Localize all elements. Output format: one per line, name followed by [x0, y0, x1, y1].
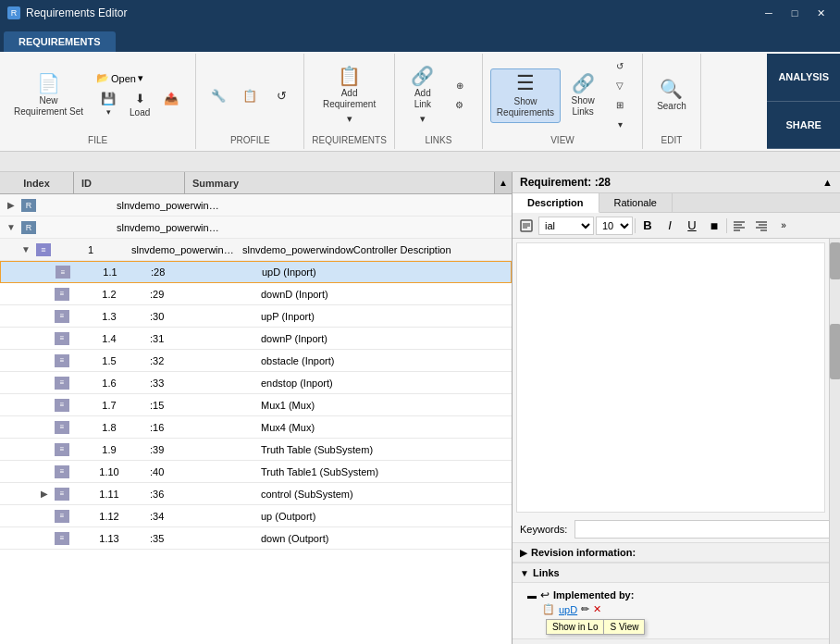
profile-btn2[interactable]: 📋 — [235, 85, 265, 106]
toggle-icon[interactable]: ▶ — [4, 198, 19, 213]
table-row[interactable]: ≡ 1.6 :33 endstop (Inport) — [0, 372, 512, 394]
table-row[interactable]: ≡ 1.9 :39 Truth Table (SubSystem) — [0, 439, 512, 461]
table-row[interactable]: ≡ 1.12 :34 up (Outport) — [0, 505, 512, 527]
profile-btn3[interactable]: ↺ — [266, 85, 296, 106]
open-top[interactable]: 📂 Open ▾ — [92, 69, 188, 87]
extra-button[interactable]: 📤 — [156, 88, 186, 121]
size-select[interactable]: 10 12 14 — [596, 217, 633, 235]
load-button[interactable]: ⬇ Load — [125, 88, 154, 121]
row-index: 1.2 — [72, 289, 146, 300]
row-icon-req: ≡ — [55, 288, 69, 301]
table-row[interactable]: ≡ 1.5 :32 obstacle (Inport) — [0, 350, 512, 372]
underline-button[interactable]: U — [682, 217, 702, 235]
link-extra-icon2: ⚙ — [455, 100, 463, 110]
row-indent: ≡ — [0, 399, 72, 412]
table-row[interactable]: ≡ 1.10 :40 Truth Table1 (SubSystem) — [0, 461, 512, 483]
implemented-by-icon: ↩ — [540, 588, 550, 601]
table-row[interactable]: ≡ 1.2 :29 downD (Inport) — [0, 283, 512, 305]
collapse-panel-button[interactable]: ▲ — [495, 172, 512, 193]
show-links-label: ShowLinks — [572, 95, 595, 118]
bold-button[interactable]: B — [637, 217, 658, 235]
table-row[interactable]: ▶ ≡ 1.11 :36 control (SubSystem) — [0, 483, 512, 505]
filter-btn[interactable]: ▽ — [605, 77, 635, 94]
new-button[interactable]: 📄 NewRequirement Set — [7, 69, 90, 122]
search-button[interactable]: 🔍 Search — [650, 75, 693, 117]
align-left-button[interactable] — [729, 217, 749, 235]
table-row[interactable]: ≡ 1.13 :35 down (Outport) — [0, 527, 512, 550]
save-button[interactable]: 💾 ▾ — [93, 88, 123, 121]
format-btn1[interactable] — [516, 217, 537, 235]
add-link-button[interactable]: 🔗 AddLink ▾ — [402, 62, 443, 130]
tab-description[interactable]: Description — [513, 193, 599, 213]
editor-area[interactable] — [516, 242, 825, 513]
editor-scrollbar-thumb[interactable] — [830, 242, 840, 279]
collapse-group-icon[interactable]: ▬ — [527, 590, 537, 601]
title-bar-left: R Requirements Editor — [7, 6, 127, 19]
more-format-button[interactable]: » — [773, 217, 794, 235]
right-scrollbar-thumb[interactable] — [830, 324, 840, 379]
tab-bar: REQUIREMENTS — [0, 26, 840, 52]
implemented-by-label: Implemented by: — [553, 589, 634, 601]
table-row[interactable]: ▼ R slnvdemo_powerwindowController — [0, 217, 512, 239]
table-row[interactable]: ≡ 1.1 :28 upD (Inport) — [0, 261, 512, 283]
load-icon: ⬇ — [135, 92, 145, 105]
view-group-label: VIEW — [550, 135, 574, 145]
open-button[interactable]: 📂 Open ▾ 💾 ▾ ⬇ Load 📤 — [92, 69, 188, 121]
font-select[interactable]: ial Arial Times — [538, 217, 594, 235]
table-row[interactable]: ≡ 1.4 :31 downP (Inport) — [0, 328, 512, 350]
requirements-tab[interactable]: REQUIREMENTS — [4, 31, 116, 52]
row-id: :31 — [146, 333, 257, 344]
analysis-button[interactable]: ANALYSIS — [767, 54, 840, 102]
table-arrow-btn[interactable]: ▾ — [605, 116, 635, 133]
row-summary: Truth Table1 (SubSystem) — [257, 466, 512, 477]
ribbon-right-panel: ANALYSIS SHARE — [767, 54, 840, 149]
row-icon-req: ≡ — [55, 399, 69, 412]
toggle-icon[interactable]: ▼ — [19, 242, 33, 257]
row-index: 1.1 — [73, 266, 147, 278]
profile-btn1[interactable]: 🔧 — [204, 85, 233, 106]
requirements-group-label: REQUIREMENTS — [312, 135, 387, 145]
row-indent: ▶ ≡ — [0, 487, 72, 502]
table-row[interactable]: ≡ 1.3 :30 upP (Inport) — [0, 305, 512, 328]
refresh-btn[interactable]: ↺ — [605, 57, 635, 75]
align-right-button[interactable] — [751, 217, 772, 235]
link-extra-btn2[interactable]: ⚙ — [445, 96, 475, 114]
italic-button[interactable]: I — [660, 217, 680, 235]
table-row[interactable]: ≡ 1.7 :15 Mux1 (Mux) — [0, 394, 512, 416]
table-row[interactable]: ▼ ≡ 1 slnvdemo_powerwindowController sln… — [0, 239, 512, 261]
tooltip-show-in[interactable]: Show in Lo — [546, 619, 604, 635]
show-req-label: ShowRequirements — [497, 96, 554, 118]
keywords-row: Keywords: — [513, 516, 840, 542]
links-section-header[interactable]: ▼ Links — [513, 563, 840, 583]
close-button[interactable]: ✕ — [809, 4, 833, 22]
right-panel-scrollbar[interactable] — [829, 320, 840, 644]
ribbon-group-profile: 🔧 📋 ↺ PROFILE — [196, 54, 304, 149]
link-delete-icon[interactable]: ✕ — [593, 603, 601, 615]
revision-section[interactable]: ▶ Revision information: — [513, 542, 840, 563]
links-buttons: 🔗 AddLink ▾ ⊕ ⚙ — [402, 57, 475, 133]
show-links-button[interactable]: 🔗 ShowLinks — [562, 69, 603, 122]
maximize-button[interactable]: □ — [783, 4, 807, 22]
tooltip-s-view[interactable]: S View — [604, 619, 645, 635]
show-requirements-button[interactable]: ☰ ShowRequirements — [490, 68, 561, 123]
toggle-icon[interactable]: ▶ — [37, 487, 52, 502]
collapse-right-icon[interactable]: ▲ — [822, 177, 833, 188]
add-requirement-button[interactable]: 📋 AddRequirement ▾ — [316, 62, 382, 130]
edit-buttons: 🔍 Search — [650, 57, 693, 133]
row-indent: ≡ — [0, 332, 72, 345]
row-icon-req: ≡ — [55, 532, 69, 545]
share-button[interactable]: SHARE — [767, 102, 840, 150]
toggle-icon[interactable]: ▼ — [4, 220, 19, 235]
color-button[interactable]: ■ — [704, 217, 724, 235]
view-buttons: ☰ ShowRequirements 🔗 ShowLinks ↺ ▽ ⊞ ▾ — [490, 57, 635, 133]
link-item-text[interactable]: upD — [559, 604, 577, 615]
tab-rationale[interactable]: Rationale — [599, 193, 673, 212]
table-btn[interactable]: ⊞ — [605, 96, 635, 114]
link-edit-icon[interactable]: ✏ — [581, 603, 589, 615]
minimize-button[interactable]: ─ — [757, 4, 781, 22]
link-extra-btn1[interactable]: ⊕ — [445, 77, 475, 94]
comments-section[interactable]: ▶ Comments — [513, 638, 840, 644]
table-row[interactable]: ▶ R slnvdemo_powerwindow_vs — [0, 194, 512, 217]
keywords-input[interactable] — [574, 520, 833, 539]
table-row[interactable]: ≡ 1.8 :16 Mux4 (Mux) — [0, 416, 512, 439]
